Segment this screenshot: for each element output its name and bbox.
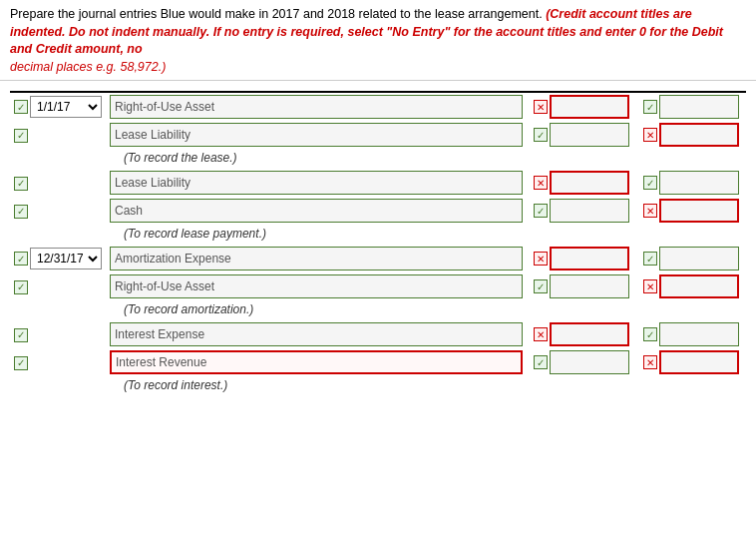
note-text: (To record the lease.) [124, 151, 237, 165]
table-row: (To record interest.) [10, 376, 746, 396]
debit-input[interactable] [550, 199, 629, 223]
table-row: ✓1/1/17✕✓ [10, 92, 746, 121]
red-x-checkbox[interactable]: ✕ [643, 279, 657, 293]
credit-cell: ✕ [636, 272, 746, 300]
note-text: (To record interest.) [124, 378, 227, 392]
debit-cell: ✕ [527, 169, 636, 197]
journal-table: ✓1/1/17✕✓✓✓✕(To record the lease.)✓✕✓✓✓✕… [10, 85, 746, 396]
credit-input[interactable] [659, 322, 739, 346]
table-header-row [10, 85, 746, 92]
account-cell: (To record amortization.) [106, 300, 746, 320]
debit-cell: ✕ [527, 320, 636, 348]
date-select[interactable]: 12/31/17 [30, 248, 102, 270]
account-cell [106, 121, 527, 149]
green-check-checkbox[interactable]: ✓ [534, 355, 548, 369]
account-cell [106, 320, 527, 348]
red-x-checkbox[interactable]: ✕ [534, 100, 548, 114]
account-cell [106, 348, 527, 376]
debit-input[interactable] [550, 322, 629, 346]
date-cell: ✓12/31/17 [10, 245, 106, 272]
date-cell: ✓ [10, 272, 106, 300]
credit-input[interactable] [659, 350, 739, 374]
table-row: (To record amortization.) [10, 300, 746, 320]
table-row: ✓✓✕ [10, 121, 746, 149]
credit-input[interactable] [659, 171, 739, 195]
red-x-checkbox[interactable]: ✕ [534, 327, 548, 341]
debit-input[interactable] [550, 95, 629, 119]
green-check-checkbox[interactable]: ✓ [14, 280, 28, 294]
credit-input[interactable] [659, 95, 739, 119]
date-cell [10, 225, 106, 245]
green-check-checkbox[interactable]: ✓ [534, 204, 548, 218]
account-title-input[interactable] [110, 171, 523, 195]
green-check-checkbox[interactable]: ✓ [643, 327, 657, 341]
account-title-input[interactable] [110, 123, 523, 147]
debit-input[interactable] [550, 171, 629, 195]
account-cell: (To record the lease.) [106, 149, 746, 169]
green-check-checkbox[interactable]: ✓ [534, 279, 548, 293]
journal-table-container: ✓1/1/17✕✓✓✓✕(To record the lease.)✓✕✓✓✓✕… [0, 81, 756, 400]
green-check-checkbox[interactable]: ✓ [14, 356, 28, 370]
account-cell: (To record interest.) [106, 376, 746, 396]
date-cell [10, 376, 106, 396]
credit-input[interactable] [659, 199, 739, 223]
debit-cell: ✓ [527, 197, 636, 225]
debit-input[interactable] [550, 247, 629, 270]
account-input-wrap [110, 171, 523, 195]
green-check-checkbox[interactable]: ✓ [643, 100, 657, 114]
green-check-checkbox[interactable]: ✓ [14, 177, 28, 191]
account-input-wrap [110, 247, 523, 270]
credit-input[interactable] [659, 123, 739, 147]
green-check-checkbox[interactable]: ✓ [643, 252, 657, 266]
green-check-checkbox[interactable]: ✓ [14, 328, 28, 342]
note-text: (To record lease payment.) [124, 227, 266, 241]
date-cell [10, 300, 106, 320]
account-title-input[interactable] [110, 322, 523, 346]
credit-cell: ✕ [636, 348, 746, 376]
debit-cell: ✓ [527, 272, 636, 300]
table-row: ✓✓✕ [10, 272, 746, 300]
debit-cell: ✕ [527, 92, 636, 121]
credit-input[interactable] [659, 247, 739, 270]
table-row: ✓✕✓ [10, 169, 746, 197]
table-row: ✓✓✕ [10, 348, 746, 376]
account-title-input[interactable] [110, 350, 523, 374]
debit-input[interactable] [550, 274, 629, 298]
green-check-checkbox[interactable]: ✓ [14, 129, 28, 143]
red-x-checkbox[interactable]: ✕ [534, 176, 548, 190]
green-check-checkbox[interactable]: ✓ [14, 252, 28, 266]
date-cell: ✓ [10, 348, 106, 376]
debit-cell: ✓ [527, 348, 636, 376]
debit-input[interactable] [550, 123, 629, 147]
account-title-input[interactable] [110, 95, 523, 119]
credit-cell: ✕ [636, 121, 746, 149]
account-title-input[interactable] [110, 274, 523, 298]
instructions: Prepare the journal entries Blue would m… [0, 0, 756, 81]
red-x-checkbox[interactable]: ✕ [643, 355, 657, 369]
green-check-checkbox[interactable]: ✓ [14, 205, 28, 219]
date-cell: ✓ [10, 320, 106, 348]
date-cell [10, 149, 106, 169]
red-x-checkbox[interactable]: ✕ [534, 252, 548, 266]
account-input-wrap [110, 199, 523, 223]
account-cell [106, 197, 527, 225]
red-x-checkbox[interactable]: ✕ [643, 128, 657, 142]
account-cell: (To record lease payment.) [106, 225, 746, 245]
account-title-input[interactable] [110, 199, 523, 223]
instruction-text: Prepare the journal entries Blue would m… [10, 7, 546, 21]
table-row: ✓12/31/17✕✓ [10, 245, 746, 272]
green-check-checkbox[interactable]: ✓ [14, 100, 28, 114]
green-check-checkbox[interactable]: ✓ [643, 176, 657, 190]
date-cell: ✓1/1/17 [10, 92, 106, 121]
header-date [10, 85, 106, 92]
date-select[interactable]: 1/1/17 [30, 96, 102, 118]
credit-input[interactable] [659, 274, 739, 298]
credit-cell: ✓ [636, 320, 746, 348]
green-check-checkbox[interactable]: ✓ [534, 128, 548, 142]
date-cell: ✓ [10, 169, 106, 197]
credit-cell: ✓ [636, 169, 746, 197]
red-x-checkbox[interactable]: ✕ [643, 204, 657, 218]
debit-input[interactable] [550, 350, 629, 374]
instruction-red2: decimal places e.g. 58,972.) [10, 60, 166, 74]
account-title-input[interactable] [110, 247, 523, 270]
